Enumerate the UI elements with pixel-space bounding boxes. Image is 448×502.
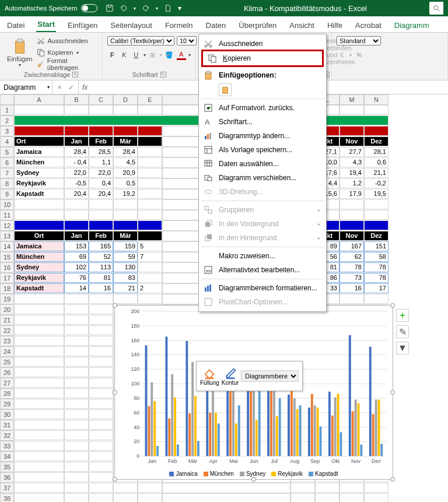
row-header[interactable]: 2 — [0, 115, 14, 126]
cell[interactable]: 78 — [364, 262, 388, 272]
ctx-copy[interactable]: Kopieren — [203, 51, 322, 65]
cell[interactable] — [89, 126, 113, 136]
row-header[interactable]: 27 — [0, 378, 14, 388]
row-header[interactable]: 16 — [0, 262, 14, 273]
cell[interactable] — [89, 325, 113, 335]
cell[interactable]: 165 — [89, 241, 113, 251]
cell[interactable]: 73 — [340, 273, 364, 283]
cell[interactable]: 78 — [364, 273, 388, 283]
cell[interactable] — [340, 210, 364, 220]
row-header[interactable]: 29 — [0, 399, 14, 409]
font-color-button[interactable]: A — [177, 50, 187, 60]
ctx-select-data[interactable]: Daten auswählen... — [199, 157, 326, 171]
cell[interactable]: 151 — [364, 241, 388, 251]
cell[interactable]: 69 — [64, 252, 89, 262]
cell[interactable] — [64, 420, 89, 430]
cell[interactable]: 0,5 — [113, 178, 138, 188]
cell[interactable] — [89, 220, 113, 230]
cell[interactable] — [364, 210, 388, 220]
cell[interactable] — [64, 441, 89, 451]
table1-header[interactable]: Nov — [340, 136, 364, 146]
cell[interactable]: 28,4 — [64, 147, 89, 157]
col-header[interactable]: M — [340, 94, 364, 105]
font-dialog-launcher[interactable]: ⤡ — [160, 72, 166, 78]
cell[interactable] — [64, 126, 89, 136]
cell[interactable] — [364, 294, 388, 304]
row-header[interactable]: 32 — [0, 430, 14, 441]
cell[interactable]: Sydney — [14, 168, 64, 178]
row-header[interactable]: 35 — [0, 462, 14, 472]
tab-ansicht[interactable]: Ansicht — [288, 19, 316, 32]
cell[interactable] — [64, 346, 89, 356]
chart-element-add-icon[interactable]: + — [396, 309, 409, 322]
cell[interactable] — [64, 399, 89, 409]
tab-formeln[interactable]: Formeln — [164, 19, 194, 32]
cell[interactable]: 17 — [364, 283, 388, 293]
cell[interactable]: München — [14, 252, 64, 262]
cell[interactable] — [340, 126, 364, 136]
cell[interactable]: 27,7 — [340, 147, 364, 157]
tab-einfuegen[interactable]: Einfügen — [66, 19, 99, 32]
cell[interactable] — [64, 294, 89, 304]
table2-header[interactable]: Nov — [340, 231, 364, 241]
chart-plot-area[interactable]: 020406080100120140160180200JanFebMärAprM… — [115, 306, 393, 479]
row-header[interactable]: 23 — [0, 336, 14, 346]
tab-seitenlayout[interactable]: Seitenlayout — [109, 19, 153, 32]
cell[interactable] — [64, 315, 89, 325]
cell[interactable]: 19,2 — [113, 189, 138, 199]
format-painter-button[interactable]: Format übertragen — [37, 58, 97, 70]
cell[interactable]: 20,4 — [89, 189, 113, 199]
col-header[interactable]: A — [14, 94, 64, 105]
save-icon[interactable] — [106, 4, 114, 12]
col-header[interactable]: C — [89, 94, 113, 105]
number-format-select[interactable]: Standard — [337, 36, 381, 45]
cell[interactable] — [14, 378, 64, 388]
cell[interactable]: Reykjavik — [14, 178, 64, 188]
row-header[interactable]: 38 — [0, 493, 14, 502]
cell[interactable] — [14, 126, 64, 136]
underline-button[interactable]: U — [131, 50, 141, 60]
cancel-formula-icon[interactable]: × — [55, 83, 64, 92]
cell[interactable] — [89, 378, 113, 388]
cell[interactable]: 167 — [340, 241, 364, 251]
cell[interactable] — [64, 430, 89, 440]
cell[interactable] — [14, 294, 64, 304]
cell[interactable] — [89, 315, 113, 325]
table1-header[interactable]: Feb — [89, 136, 113, 146]
cell[interactable] — [89, 388, 113, 398]
cell[interactable] — [64, 105, 89, 115]
cell[interactable] — [113, 220, 138, 230]
cell[interactable] — [14, 315, 64, 325]
cell[interactable] — [364, 220, 388, 230]
cell[interactable] — [14, 493, 64, 502]
ctx-move-chart[interactable]: Diagramm verschieben... — [199, 171, 326, 185]
tab-acrobat[interactable]: Acrobat — [354, 19, 383, 32]
cell[interactable] — [113, 126, 138, 136]
cell[interactable]: 28,4 — [113, 147, 138, 157]
row-header[interactable]: 5 — [0, 147, 14, 157]
cell[interactable]: -0,2 — [364, 178, 388, 188]
row-header[interactable]: 4 — [0, 136, 14, 147]
chart-filter-icon[interactable]: ▼ — [396, 342, 409, 354]
ctx-alt-text[interactable]: ab Alternativtext bearbeiten... — [199, 263, 326, 277]
cell[interactable]: Kapstadt — [14, 283, 64, 293]
cell[interactable] — [89, 210, 113, 220]
cell[interactable] — [64, 451, 89, 461]
cell[interactable] — [290, 483, 315, 493]
chart-style-brush-icon[interactable]: ✎ — [396, 325, 409, 338]
cell[interactable] — [14, 325, 64, 335]
search-box[interactable] — [429, 2, 443, 15]
cell[interactable]: 14 — [64, 283, 89, 293]
cell[interactable] — [14, 441, 64, 451]
cell[interactable] — [14, 462, 64, 472]
cell[interactable] — [364, 126, 388, 136]
cell[interactable] — [364, 105, 388, 115]
ctx-reset-format[interactable]: Auf Formatvorl. zurücks. — [199, 101, 326, 115]
cell[interactable] — [89, 105, 113, 115]
mini-element-select[interactable]: Diagrammbere — [241, 370, 299, 382]
row-header[interactable]: 7 — [0, 168, 14, 178]
cell[interactable]: 52 — [89, 252, 113, 262]
cell[interactable] — [340, 294, 364, 304]
cell[interactable] — [64, 409, 89, 419]
cell[interactable] — [340, 105, 364, 115]
